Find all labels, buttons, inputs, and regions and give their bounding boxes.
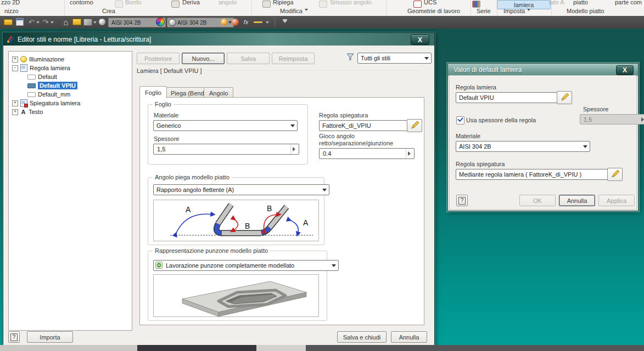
tree-item-default-vpiu[interactable]: Default VPIU: [27, 81, 77, 90]
tree-item-regola-lamiera[interactable]: - Regola lamiera: [12, 64, 70, 72]
expand-plus-icon[interactable]: +: [12, 56, 18, 63]
edit-unfold-rule-pencil-button[interactable]: [407, 119, 422, 132]
help-button[interactable]: ?: [8, 331, 20, 343]
ribbon-separator: [64, 0, 65, 16]
chevron-down-icon: [305, 9, 308, 13]
angle-label-b-left: B: [245, 222, 250, 230]
ribbon-tool-ripiega[interactable]: Ripiega: [273, 0, 293, 6]
ribbon-tool-parte-com[interactable]: parte com: [615, 0, 642, 6]
undo-dropdown-icon[interactable]: [36, 21, 40, 25]
ribbon-collapse-icon[interactable]: [281, 18, 289, 26]
tree-item-default[interactable]: Default: [27, 72, 57, 81]
tab-foglio[interactable]: Foglio: [139, 86, 167, 98]
expand-plus-icon[interactable]: +: [12, 100, 18, 106]
tree-item-testo[interactable]: + A Testo: [12, 107, 43, 116]
filter-icon[interactable]: [346, 53, 354, 61]
expression-flyout-icon[interactable]: [290, 144, 299, 154]
ribbon-group-modifica[interactable]: Modifica: [280, 8, 308, 15]
back-button[interactable]: Posteriore: [137, 53, 180, 64]
line-style-dropdown-icon[interactable]: [266, 21, 269, 25]
punch-combobox[interactable]: Lavorazione punzone completamente modell…: [153, 260, 339, 271]
rule-combobox[interactable]: Default VPIU: [456, 92, 565, 103]
ok-button[interactable]: OK: [519, 195, 556, 206]
unfold-rule-value-defaults: Mediante regola lamiera ( FattoreK_di_VP…: [459, 171, 581, 178]
tree-label[interactable]: Regola lamiera: [30, 65, 70, 71]
color-wheel-icon[interactable]: [156, 18, 165, 26]
redo-dropdown-icon[interactable]: [51, 21, 54, 25]
gap-field[interactable]: 0.4: [319, 148, 415, 159]
expression-flyout-icon[interactable]: [406, 149, 414, 158]
new-button[interactable]: Nuovo...: [182, 53, 225, 64]
sheet-defaults-titlebar[interactable]: Valori di default lamiera X: [448, 64, 638, 76]
style-filter-combobox[interactable]: Tutti gli stili: [357, 53, 432, 64]
material-value: AISI 304 2B: [177, 20, 206, 26]
expand-plus-icon[interactable]: +: [12, 109, 18, 115]
material-sphere-icon[interactable]: [98, 18, 107, 26]
material-combobox-defaults[interactable]: AISI 304 2B: [456, 141, 590, 152]
style-editor-title: Editor stili e norme [Libreria - Lettura…: [18, 36, 151, 43]
ribbon-tool-ucs[interactable]: UCS: [424, 0, 436, 6]
redo-icon[interactable]: ↷: [42, 18, 49, 26]
unfold-rule-combobox[interactable]: FattoreK_di_VPIU: [319, 120, 414, 131]
gap-value: 0.4: [323, 150, 331, 157]
line-style-icon[interactable]: [253, 18, 264, 26]
close-icon[interactable]: X: [411, 35, 429, 45]
cancel-button-defaults[interactable]: Annulla: [559, 195, 595, 206]
folder-icon[interactable]: [72, 18, 81, 26]
tree-label[interactable]: Testo: [29, 109, 43, 115]
ribbon-group-imposta[interactable]: Imposta: [503, 8, 530, 15]
expand-minus-icon[interactable]: -: [12, 65, 18, 71]
sheet-defaults-dialog: Valori di default lamiera X Regola lamie…: [447, 63, 639, 211]
style-editor-dialog: Editor stili e norme [Libreria - Lettura…: [3, 32, 435, 346]
material-label-defaults: Materiale: [456, 133, 480, 140]
home-icon[interactable]: ⌂: [61, 18, 70, 26]
import-button[interactable]: Importa: [27, 331, 73, 343]
style-sheet-icon: [27, 92, 36, 97]
thickness-field[interactable]: 1,5: [153, 144, 299, 155]
use-rule-thickness-checkbox[interactable]: [456, 116, 464, 124]
appearance-clear-icon[interactable]: [231, 18, 239, 26]
style-editor-titlebar[interactable]: Editor stili e norme [Libreria - Lettura…: [3, 33, 434, 46]
bend-angle-diagram: A B B A: [153, 200, 319, 241]
tree-item-spiegatura-lamiera[interactable]: + Spiegatura lamiera: [12, 99, 80, 107]
ribbon-tool-sketch2d[interactable]: zzo 2D: [1, 0, 20, 6]
bend-angle-group-title: Angolo piega modello piatto: [153, 174, 232, 180]
edit-rule-pencil-button[interactable]: [557, 91, 572, 104]
tab-angolo[interactable]: Angolo: [204, 87, 233, 98]
ribbon-tool-piatto[interactable]: piatto: [573, 0, 588, 6]
tree-label-selected[interactable]: Default VPIU: [38, 82, 77, 89]
edit-unfold-rule-pencil-button-defaults[interactable]: [607, 168, 623, 181]
close-icon[interactable]: X: [616, 65, 634, 75]
tree-label[interactable]: Default_mm: [38, 91, 70, 98]
bend-angle-groupbox: Angolo piega modello piatto Rapporto ang…: [148, 177, 324, 245]
reset-button[interactable]: Reimposta: [272, 53, 315, 64]
unfold-rule-combobox-defaults[interactable]: Mediante regola lamiera ( FattoreK_di_VP…: [456, 169, 615, 180]
save-and-close-button[interactable]: Salva e chiudi: [337, 331, 387, 343]
ribbon-tool-smusso: Smusso angolo: [330, 0, 372, 6]
apply-button[interactable]: Applica: [598, 195, 635, 206]
open-icon[interactable]: [4, 18, 13, 26]
background-window-strip: [0, 345, 137, 351]
chevron-down-icon: [322, 189, 327, 194]
serie-icon: [472, 1, 480, 8]
render-image-icon[interactable]: [83, 18, 92, 26]
save-icon[interactable]: [15, 18, 24, 26]
render-dropdown-icon[interactable]: [93, 21, 97, 25]
tree-label[interactable]: Default: [38, 73, 57, 80]
tree-label[interactable]: Spiegatura lamiera: [30, 100, 80, 106]
appearance-adjust-icon[interactable]: [220, 18, 228, 26]
bend-angle-combobox[interactable]: Rapporto angolo flettente (A): [153, 184, 329, 195]
parameters-fx-icon[interactable]: fx: [242, 18, 250, 26]
style-filter-value: Tutti gli stili: [361, 55, 390, 61]
ucs-icon: [413, 1, 422, 8]
help-button-defaults[interactable]: ?: [456, 195, 468, 206]
ribbon-tool-deriva[interactable]: Deriva: [182, 0, 200, 6]
save-button[interactable]: Salva: [227, 53, 270, 64]
tree-label[interactable]: Illuminazione: [29, 56, 64, 63]
tree-item-illuminazione[interactable]: + Illuminazione: [12, 55, 64, 64]
cancel-button[interactable]: Annulla: [391, 331, 427, 343]
tree-item-default-mm[interactable]: Default_mm: [27, 90, 70, 99]
ribbon-tool-contorno[interactable]: contorno: [70, 0, 93, 6]
undo-icon[interactable]: ↶: [27, 18, 35, 26]
material-combobox-editor[interactable]: Generico: [153, 120, 298, 131]
